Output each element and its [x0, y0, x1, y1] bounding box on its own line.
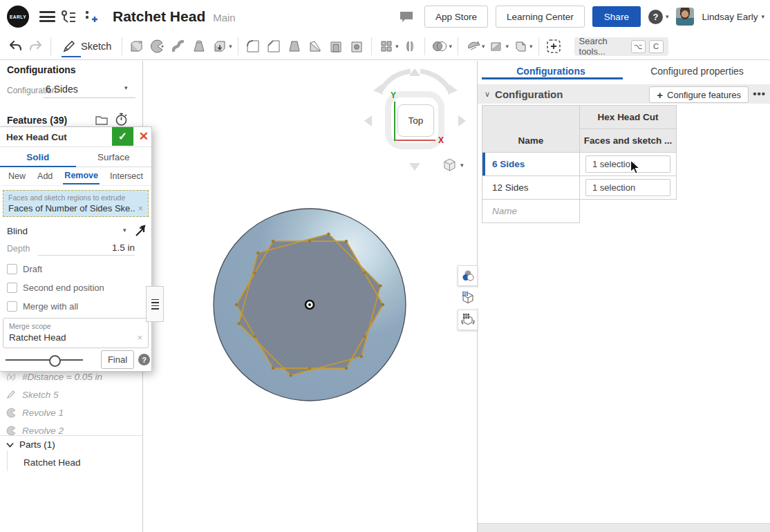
- mode-intersect[interactable]: Intersect: [109, 169, 144, 184]
- preview-slider-track[interactable]: [6, 359, 83, 361]
- sweep-icon[interactable]: [169, 36, 188, 57]
- pattern-dropdown-caret[interactable]: ▾: [395, 43, 399, 50]
- user-menu[interactable]: Lindsay Early ▾: [702, 12, 764, 22]
- split-dropdown-caret[interactable]: ▾: [505, 43, 509, 50]
- branch-name[interactable]: Main: [213, 12, 236, 23]
- share-button[interactable]: Share: [592, 6, 641, 27]
- rotate-up-arrow[interactable]: [409, 68, 420, 76]
- mode-new[interactable]: New: [7, 169, 27, 184]
- surface-dropdown-caret[interactable]: ▾: [529, 43, 533, 50]
- rotate-right-arrow[interactable]: [458, 115, 466, 126]
- undo-button[interactable]: [6, 36, 25, 57]
- rotate-left-arrow[interactable]: [364, 115, 372, 126]
- second-end-position-checkbox[interactable]: Second end position: [0, 278, 151, 297]
- configuration-select[interactable]: 6 Sides: [46, 84, 78, 95]
- x-axis: [395, 140, 435, 141]
- part-item-ratchet-head[interactable]: Ratchet Head: [24, 453, 81, 471]
- merge-scope-field[interactable]: Merge scope Ratchet Head ×: [3, 318, 149, 348]
- overflow-menu-icon[interactable]: •••: [753, 88, 766, 99]
- loft-icon[interactable]: [189, 36, 209, 57]
- origin-marker[interactable]: [306, 301, 314, 309]
- search-tools-input[interactable]: Search tools... ⌥ C: [574, 37, 668, 56]
- comment-icon[interactable]: [399, 10, 414, 23]
- mode-remove[interactable]: Remove: [63, 168, 100, 184]
- sketch-button[interactable]: Sketch: [62, 39, 111, 54]
- surface-icon[interactable]: [511, 36, 530, 57]
- chevron-down-icon: ∨: [485, 90, 490, 99]
- feature-item-sketch-5[interactable]: Sketch 5: [0, 386, 142, 403]
- help-menu[interactable]: ? ▾: [648, 10, 669, 24]
- configured-features-button[interactable]: [458, 310, 478, 330]
- configurations-view-button[interactable]: [458, 287, 478, 308]
- part-ratchet-head-top-view[interactable]: [213, 208, 406, 401]
- dialog-help-icon[interactable]: ?: [138, 354, 150, 365]
- transform-dropdown-caret[interactable]: ▾: [482, 43, 485, 50]
- clear-selection-icon[interactable]: ×: [138, 203, 143, 213]
- custom-feature-icon[interactable]: [544, 36, 563, 57]
- mode-add[interactable]: Add: [36, 169, 54, 184]
- merge-with-all-checkbox[interactable]: Merge with all: [0, 297, 151, 316]
- rollback-timer-icon[interactable]: [115, 113, 128, 126]
- faces-selection-field[interactable]: Faces and sketch regions to extrude Face…: [3, 190, 149, 217]
- revolve-icon[interactable]: [148, 36, 167, 57]
- confirm-button[interactable]: ✓: [112, 127, 133, 146]
- end-type-dropdown[interactable]: Blind ▾: [0, 221, 151, 240]
- viewcube-top-face[interactable]: Top: [397, 104, 434, 137]
- learning-center-button[interactable]: Learning Center: [496, 6, 585, 28]
- split-icon[interactable]: [487, 36, 506, 57]
- features-header[interactable]: Features (39): [7, 115, 67, 126]
- flip-direction-icon[interactable]: [134, 224, 147, 237]
- dialog-title: Hex Head Cut: [0, 132, 67, 142]
- chamfer-icon[interactable]: [264, 36, 283, 57]
- final-button[interactable]: Final: [101, 350, 134, 369]
- key-alt: ⌥: [631, 40, 646, 53]
- preview-slider-handle[interactable]: [49, 355, 61, 367]
- new-config-name-input[interactable]: Name: [482, 200, 580, 223]
- app-store-button[interactable]: App Store: [424, 6, 488, 28]
- rotate-down-arrow[interactable]: [409, 163, 420, 171]
- draft-checkbox[interactable]: Draft: [0, 260, 151, 278]
- insert-new-tab-icon[interactable]: [83, 10, 101, 25]
- main-menu-icon[interactable]: [39, 11, 55, 22]
- appearance-states-button[interactable]: [458, 265, 478, 286]
- configure-features-button[interactable]: + Configure features: [649, 86, 749, 103]
- revolve-icon: [6, 425, 17, 436]
- thicken-dropdown-caret[interactable]: ▾: [229, 43, 232, 50]
- fillet-icon[interactable]: [243, 36, 263, 57]
- config-row-name-12-sides[interactable]: 12 Sides: [482, 176, 580, 200]
- transform-icon[interactable]: [463, 36, 482, 57]
- tab-configured-properties[interactable]: Configured properties: [624, 62, 770, 79]
- pattern-icon[interactable]: [377, 36, 396, 57]
- merge-scope-value: Ratchet Head: [9, 332, 142, 343]
- depth-input[interactable]: 1.5 in: [38, 243, 135, 256]
- boolean-dropdown-caret[interactable]: ▾: [449, 43, 452, 50]
- versions-icon[interactable]: [61, 10, 79, 25]
- mirror-icon[interactable]: [400, 36, 420, 57]
- extrude-icon[interactable]: [127, 36, 147, 57]
- config-row-name-6-sides[interactable]: 6 Sides: [482, 153, 580, 176]
- cancel-button[interactable]: ✕: [139, 127, 149, 146]
- folder-icon[interactable]: [95, 115, 108, 125]
- config-row-value-12-sides[interactable]: 1 selection: [580, 176, 677, 200]
- tab-solid[interactable]: Solid: [0, 147, 76, 167]
- company-logo[interactable]: EARLY: [7, 6, 29, 28]
- clear-merge-scope-icon[interactable]: ×: [137, 332, 142, 343]
- tab-surface[interactable]: Surface: [76, 147, 152, 167]
- horizontal-scrollbar[interactable]: [478, 523, 770, 532]
- boolean-icon[interactable]: [430, 36, 449, 57]
- panel-resize-handle[interactable]: [146, 286, 164, 322]
- document-title: Ratchet Head: [113, 8, 205, 25]
- dialog-title-bar[interactable]: Hex Head Cut ✓ ✕: [0, 127, 151, 147]
- view-style-menu[interactable]: ▾: [442, 158, 464, 172]
- draft-icon[interactable]: [285, 36, 304, 57]
- config-row-value-6-sides[interactable]: 1 selection: [580, 153, 677, 176]
- redo-button[interactable]: [26, 36, 46, 57]
- configuration-caret-icon[interactable]: ▾: [124, 84, 128, 91]
- thicken-icon[interactable]: [210, 36, 229, 57]
- rib-icon[interactable]: [306, 36, 325, 57]
- user-avatar[interactable]: [676, 8, 694, 26]
- feature-item-revolve-1[interactable]: Revolve 1: [0, 403, 142, 421]
- hole-icon[interactable]: [347, 36, 366, 57]
- shell-icon[interactable]: [326, 36, 346, 57]
- parts-section-header[interactable]: Parts (1): [0, 435, 142, 453]
